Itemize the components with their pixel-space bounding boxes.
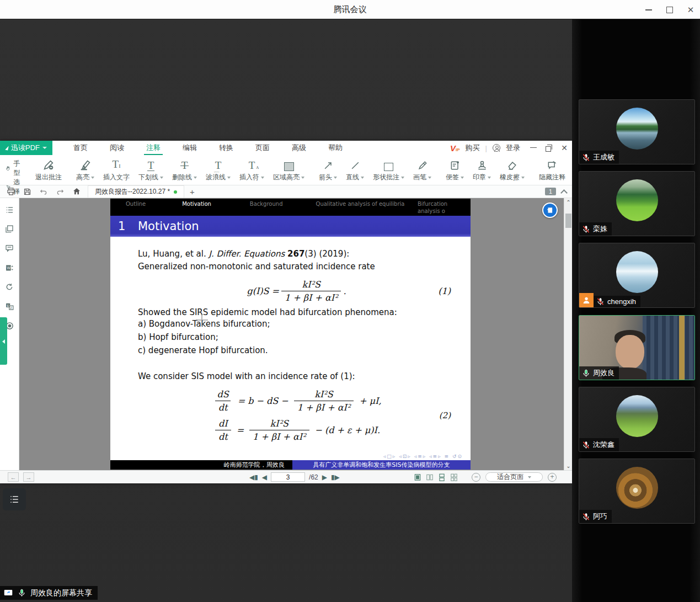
stamp-tool[interactable]: 印章 — [469, 157, 495, 184]
screen-share-banner: 周效良的屏幕共享 — [0, 586, 98, 600]
slide-nav-qualitative[interactable]: Qualitative analysis of equilibria — [316, 201, 405, 215]
collapse-toolbar-icon[interactable] — [560, 189, 568, 196]
document-tab[interactable]: 周效良报告--2022.10.27 * — [88, 185, 184, 198]
draw-group: 箭头 直线 形状批注 画笔 — [315, 157, 435, 184]
minimize-icon[interactable] — [645, 6, 653, 14]
tab-page[interactable]: 页面 — [244, 141, 281, 155]
slide-nav-outline[interactable]: Outline — [126, 201, 146, 215]
pdf-close-icon[interactable]: ✕ — [561, 145, 568, 151]
pen-tool[interactable]: 画笔 — [409, 157, 435, 184]
back-view-button[interactable]: ← — [8, 472, 19, 482]
convert-icon[interactable] — [4, 282, 14, 292]
vip-icon: VIP — [450, 143, 460, 153]
highlighter-icon — [79, 159, 92, 171]
dropdown-caret-icon — [261, 177, 264, 179]
hide-annotations-button[interactable]: 隐藏注释 — [535, 157, 569, 184]
misc-group: 便签 印章 橡皮擦 — [442, 157, 528, 184]
share-banner-text: 周效良的屏幕共享 — [30, 588, 92, 598]
tab-annotate[interactable]: 注释 — [135, 141, 172, 155]
scroll-down-icon[interactable]: ⌄ — [564, 462, 572, 470]
floating-list-button[interactable] — [3, 488, 26, 510]
area-highlight-tool[interactable]: 区域高亮 — [269, 157, 308, 184]
slide-nav-bifurcation[interactable]: Bifurcation analysis o — [418, 201, 466, 215]
scroll-up-icon[interactable]: ⌃ — [564, 198, 572, 206]
annotation-toolbar: 手型 选择 退出批注 高亮 Tɪ 插入文字 — [0, 155, 572, 185]
next-page-icon[interactable]: ▶ — [322, 473, 327, 481]
tab-home[interactable]: 首页 — [62, 141, 99, 155]
squiggly-tool[interactable]: T 波浪线 — [202, 157, 234, 184]
highlight-tool[interactable]: 高亮 — [72, 157, 98, 184]
last-page-icon[interactable]: ▮▶ — [331, 473, 340, 481]
close-icon[interactable]: ✕ — [687, 6, 694, 14]
caret-tool[interactable]: T 插入符 — [236, 157, 268, 184]
muted-mic-icon — [582, 441, 590, 449]
tab-edit[interactable]: 编辑 — [172, 141, 208, 155]
eraser-tool[interactable]: 橡皮擦 — [496, 157, 528, 184]
translate-icon[interactable]: EnZ — [4, 301, 14, 311]
thumbnails-panel-icon[interactable] — [4, 224, 14, 234]
outline-panel-icon[interactable] — [4, 205, 14, 215]
pdf-restore-icon[interactable] — [546, 145, 552, 151]
undo-icon[interactable] — [39, 188, 48, 195]
scrollbar-thumb[interactable] — [565, 214, 571, 228]
slide-nav-motivation[interactable]: Motivation — [182, 201, 211, 215]
single-page-icon[interactable] — [414, 473, 421, 481]
slide-nav-background[interactable]: Background — [250, 201, 283, 215]
participant-tile[interactable]: 沈荣鑫 — [579, 387, 695, 452]
underline-tool[interactable]: T 下划线 — [135, 157, 167, 184]
page-layout-icons — [414, 473, 458, 481]
pdf-minimize-icon[interactable] — [530, 145, 537, 151]
tab-convert[interactable]: 转换 — [208, 141, 244, 155]
page-number-input[interactable] — [271, 472, 305, 482]
convert-fab-button[interactable]: W — [542, 203, 558, 218]
maximize-icon[interactable] — [666, 6, 674, 14]
tab-read[interactable]: 阅读 — [99, 141, 135, 155]
list-icon — [8, 494, 20, 504]
login-button[interactable]: 登录 — [506, 143, 520, 153]
scroll-view-icon[interactable] — [438, 473, 446, 481]
print-icon[interactable] — [7, 187, 15, 196]
participant-tile[interactable]: 王成敏 — [579, 99, 695, 164]
participant-tile[interactable]: chengxih — [579, 243, 695, 308]
home-icon[interactable] — [72, 187, 81, 196]
redo-icon[interactable] — [56, 188, 65, 195]
hand-icon — [6, 164, 11, 172]
zoom-in-button[interactable]: + — [548, 473, 557, 482]
exit-annotation-button[interactable]: 退出批注 — [31, 157, 66, 184]
export-word-icon[interactable]: W — [4, 263, 14, 273]
shape-annotation-tool[interactable]: 形状批注 — [369, 157, 408, 184]
hand-tool[interactable]: 手型 — [6, 159, 23, 178]
participant-tile[interactable]: 栾姝 — [579, 171, 695, 236]
participant-name-tag: chengxih — [594, 296, 640, 307]
svg-text:W: W — [549, 209, 552, 212]
note-tool[interactable]: 便签 — [442, 157, 468, 184]
new-tab-button[interactable]: + — [184, 185, 200, 198]
participant-tile[interactable]: 阿巧 — [579, 459, 695, 524]
tab-advanced[interactable]: 高级 — [281, 141, 317, 155]
prev-page-icon[interactable]: ◀ — [262, 473, 267, 481]
save-icon[interactable] — [23, 188, 31, 196]
tab-help[interactable]: 帮助 — [317, 141, 354, 155]
pdf-logo[interactable]: 迅读PDF — [0, 141, 52, 155]
comments-panel-icon[interactable] — [4, 243, 14, 253]
participant-tile-speaking[interactable]: 周效良 — [579, 315, 695, 380]
strikethrough-tool[interactable]: T 删除线 — [168, 157, 201, 184]
line-tool[interactable]: 直线 — [342, 157, 368, 184]
user-icon — [493, 144, 500, 152]
buy-button[interactable]: 购买 — [466, 143, 480, 153]
window-title: 腾讯会议 — [334, 4, 367, 15]
zoom-fit-select[interactable]: 适合页面 — [485, 472, 543, 482]
two-column-scroll-icon[interactable] — [450, 473, 458, 481]
host-badge — [579, 293, 594, 307]
insert-text-tool[interactable]: Tɪ 插入文字 — [99, 157, 133, 184]
comment-hide-icon — [547, 160, 558, 171]
first-page-icon[interactable]: ◀▮ — [249, 473, 258, 481]
two-page-icon[interactable] — [426, 473, 434, 481]
forward-view-button[interactable]: → — [23, 472, 34, 482]
body-text-1: Showed the SIRS epidemic model had bifur… — [138, 307, 455, 317]
zoom-out-button[interactable]: − — [472, 473, 480, 482]
avatar — [616, 395, 658, 437]
panel-expand-flap[interactable] — [0, 317, 7, 365]
arrow-tool[interactable]: 箭头 — [315, 157, 341, 184]
vertical-scrollbar[interactable]: ⌃ ⌄ — [564, 198, 572, 470]
